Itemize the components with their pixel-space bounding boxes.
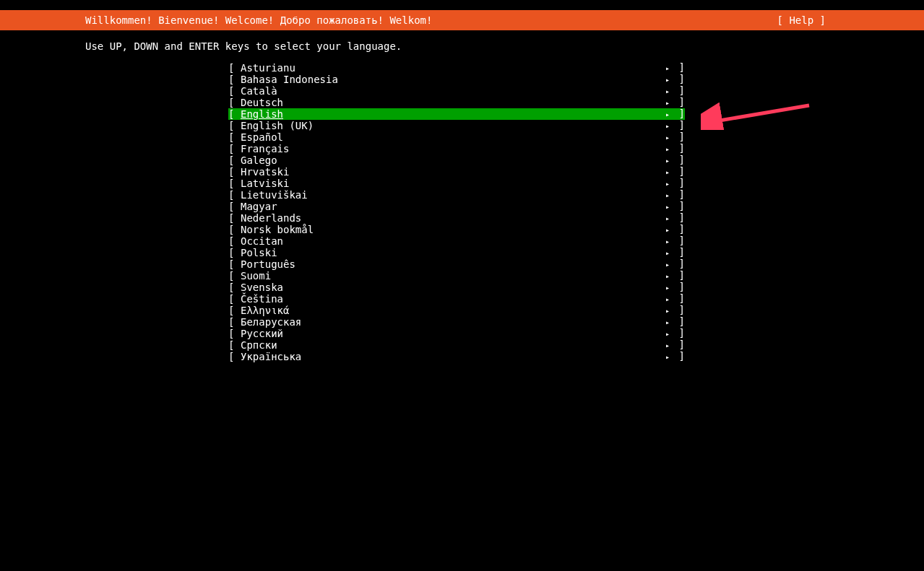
bracket-open: [ <box>228 282 241 293</box>
bracket-open: [ <box>228 178 241 189</box>
bracket-open: [ <box>228 316 241 328</box>
bracket-close: ] <box>673 350 685 362</box>
language-item[interactable]: [ Magyar▸ ] <box>0 201 924 212</box>
bracket-open: [ <box>228 108 241 120</box>
bracket-close: ] <box>673 292 685 304</box>
language-label: English (UK) <box>241 120 685 131</box>
bracket-close: ] <box>673 165 685 177</box>
help-button[interactable]: [ Help ] <box>777 14 912 26</box>
language-label: English <box>241 108 685 120</box>
bracket-close: ] <box>673 269 685 281</box>
bracket-close: ] <box>673 96 685 108</box>
bracket-open: [ <box>228 258 241 270</box>
bracket-open: [ <box>228 328 241 339</box>
language-label: Беларуская <box>241 316 685 328</box>
bracket-close: ] <box>673 258 685 269</box>
language-item[interactable]: [ Occitan▸ ] <box>0 235 924 247</box>
language-label: Ελληνικά <box>241 305 685 316</box>
bracket-close: ] <box>673 212 685 223</box>
bracket-open: [ <box>228 131 241 143</box>
language-label: Hrvatski <box>241 166 685 178</box>
language-label: Magyar <box>241 201 685 212</box>
language-item[interactable]: [ Català▸ ] <box>0 85 924 97</box>
submenu-indicator: ▸ ] <box>665 350 685 363</box>
language-label: Polski <box>241 247 685 258</box>
language-item[interactable]: [ Latviski▸ ] <box>0 178 924 189</box>
language-label: Español <box>241 131 685 143</box>
bracket-open: [ <box>228 189 241 201</box>
language-item[interactable]: [ Español▸ ] <box>0 131 924 143</box>
bracket-open: [ <box>228 351 241 362</box>
language-item[interactable]: [ Português▸ ] <box>0 258 924 270</box>
language-item[interactable]: [ Svenska▸ ] <box>0 282 924 293</box>
bracket-close: ] <box>673 131 685 142</box>
bracket-close: ] <box>673 304 685 315</box>
language-item[interactable]: [ Nederlands▸ ] <box>0 212 924 224</box>
bracket-close: ] <box>673 73 685 84</box>
bracket-open: [ <box>228 74 241 85</box>
bracket-close: ] <box>673 235 685 246</box>
bracket-open: [ <box>228 305 241 316</box>
language-label: Čeština <box>241 293 685 305</box>
triangle-right-icon: ▸ <box>665 352 670 363</box>
language-item[interactable]: [ Bahasa Indonesia▸ ] <box>0 74 924 85</box>
language-item[interactable]: [ Українська▸ ] <box>0 351 924 362</box>
language-item[interactable]: [ Suomi▸ ] <box>0 270 924 282</box>
language-label: Русский <box>241 328 685 339</box>
language-label: Norsk bokmål <box>241 224 685 235</box>
language-item[interactable]: [ Српски▸ ] <box>0 339 924 351</box>
language-item[interactable]: [ Asturianu▸ ] <box>0 62 924 74</box>
language-item[interactable]: [ English▸ ] <box>0 108 924 120</box>
bracket-close: ] <box>673 177 685 188</box>
bracket-close: ] <box>673 61 685 73</box>
language-label: Galego <box>241 154 685 166</box>
bracket-open: [ <box>228 154 241 166</box>
language-label: Nederlands <box>241 212 685 224</box>
bracket-close: ] <box>673 108 685 119</box>
language-item[interactable]: [ Galego▸ ] <box>0 154 924 166</box>
language-item[interactable]: [ Polski▸ ] <box>0 247 924 258</box>
bracket-open: [ <box>228 224 241 235</box>
bracket-open: [ <box>228 97 241 108</box>
bracket-open: [ <box>228 293 241 305</box>
language-item[interactable]: [ Ελληνικά▸ ] <box>0 305 924 316</box>
language-label: Bahasa Indonesia <box>241 74 685 85</box>
bracket-close: ] <box>673 327 685 339</box>
language-item[interactable]: [ Hrvatski▸ ] <box>0 166 924 178</box>
bracket-open: [ <box>228 62 241 74</box>
language-label: Lietuviškai <box>241 189 685 201</box>
language-label: Asturianu <box>241 62 685 74</box>
language-item[interactable]: [ Русский▸ ] <box>0 328 924 339</box>
language-item[interactable]: [ Lietuviškai▸ ] <box>0 189 924 201</box>
language-label: Українська <box>241 351 685 362</box>
language-item[interactable]: [ Norsk bokmål▸ ] <box>0 224 924 235</box>
bracket-open: [ <box>228 270 241 282</box>
language-label: Latviski <box>241 178 685 189</box>
bracket-close: ] <box>673 339 685 350</box>
language-label: Svenska <box>241 282 685 293</box>
language-item[interactable]: [ English (UK)▸ ] <box>0 120 924 131</box>
instruction-text: Use UP, DOWN and ENTER keys to select yo… <box>0 40 924 52</box>
bracket-open: [ <box>228 85 241 97</box>
language-item[interactable]: [ Беларуская▸ ] <box>0 316 924 328</box>
language-label: Српски <box>241 339 685 351</box>
bracket-close: ] <box>673 154 685 165</box>
language-label: Suomi <box>241 270 685 282</box>
header-bar: Willkommen! Bienvenue! Welcome! Добро по… <box>0 10 924 30</box>
bracket-open: [ <box>228 201 241 212</box>
language-label: Français <box>241 143 685 154</box>
bracket-close: ] <box>673 119 685 131</box>
language-label: Deutsch <box>241 97 685 108</box>
bracket-open: [ <box>228 143 241 154</box>
language-item[interactable]: [ Français▸ ] <box>0 143 924 154</box>
language-label: Português <box>241 258 685 270</box>
language-label: Català <box>241 85 685 97</box>
language-list[interactable]: [ Asturianu▸ ][ Bahasa Indonesia▸ ][ Cat… <box>0 62 924 362</box>
language-item[interactable]: [ Deutsch▸ ] <box>0 97 924 108</box>
bracket-close: ] <box>673 315 685 327</box>
bracket-close: ] <box>673 84 685 96</box>
bracket-open: [ <box>228 339 241 351</box>
language-item[interactable]: [ Čeština▸ ] <box>0 293 924 305</box>
language-label: Occitan <box>241 235 685 247</box>
bracket-close: ] <box>673 281 685 292</box>
